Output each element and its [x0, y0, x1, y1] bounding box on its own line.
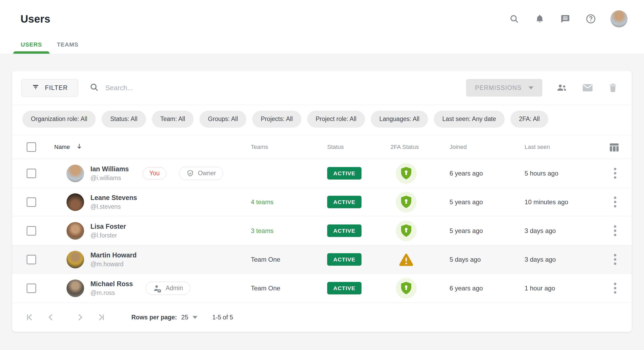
row-checkbox[interactable]: [27, 226, 36, 236]
user-handle: @l.stevens: [90, 203, 137, 211]
chevron-down-icon: [529, 86, 533, 89]
shield-check-icon: [186, 169, 194, 177]
column-header-teams[interactable]: Teams: [251, 144, 327, 151]
status-badge: ACTIVE: [327, 224, 362, 237]
table-row[interactable]: Ian Williams @i.williams You Owner ACTIV…: [12, 159, 632, 188]
next-page-icon[interactable]: [73, 311, 86, 324]
user-handle: @m.howard: [90, 260, 137, 268]
permissions-button[interactable]: PERMISSIONS: [466, 79, 542, 97]
row-menu-icon[interactable]: [612, 195, 618, 209]
topnav: [508, 10, 628, 27]
twofa-enabled-shield-icon: [396, 220, 417, 241]
search-icon[interactable]: [508, 13, 520, 25]
twofa-enabled-shield-icon: [396, 163, 417, 184]
joined-cell: 5 years ago: [450, 227, 525, 235]
toolbar: FILTER PERMISSIONS: [12, 71, 632, 105]
chip-organization-role[interactable]: Organization role: All: [22, 111, 96, 128]
joined-cell: 6 years ago: [450, 285, 525, 292]
user-handle: @m.ross: [90, 289, 133, 297]
row-menu-icon[interactable]: [612, 166, 618, 180]
twofa-cell: [390, 163, 450, 184]
filter-icon: [32, 83, 40, 93]
tabbar: USERS TEAMS: [0, 36, 644, 54]
user-name: Michael Ross: [90, 280, 133, 288]
status-badge: ACTIVE: [327, 196, 362, 208]
filter-button[interactable]: FILTER: [21, 79, 78, 97]
joined-cell: 6 years ago: [450, 170, 525, 177]
chip-languages[interactable]: Languages: All: [371, 111, 428, 128]
column-header-status[interactable]: Status: [327, 144, 390, 151]
column-header-name[interactable]: Name: [52, 143, 251, 151]
help-icon[interactable]: [585, 13, 597, 25]
chip-groups[interactable]: Groups: All: [200, 111, 247, 128]
twofa-cell: [390, 253, 450, 266]
twofa-enabled-shield-icon: [396, 278, 417, 299]
row-menu-icon[interactable]: [612, 224, 618, 238]
status-badge: ACTIVE: [327, 253, 362, 266]
row-checkbox[interactable]: [27, 284, 36, 293]
table-row[interactable]: Leane Stevens @l.stevens 4 teams ACTIVE …: [12, 188, 632, 216]
last-seen-cell: 10 minutes ago: [525, 198, 592, 206]
owner-badge: Owner: [179, 167, 223, 180]
column-header-joined[interactable]: Joined: [450, 144, 525, 151]
previous-page-icon[interactable]: [45, 311, 57, 324]
rows-per-page-select[interactable]: Rows per page: 25: [131, 314, 197, 321]
status-badge: ACTIVE: [327, 167, 362, 180]
chip-team[interactable]: Team: All: [152, 111, 194, 128]
row-menu-icon[interactable]: [612, 281, 618, 295]
rows-per-page-label: Rows per page:: [131, 314, 177, 321]
user-handle: @i.williams: [90, 174, 129, 182]
manage-users-icon[interactable]: [556, 82, 568, 94]
first-page-icon[interactable]: [23, 311, 36, 324]
row-checkbox[interactable]: [27, 197, 36, 207]
teams-link[interactable]: 4 teams: [251, 198, 273, 206]
column-header-2fa[interactable]: 2FA Status: [390, 144, 450, 151]
chip-2fa[interactable]: 2FA: All: [510, 111, 548, 128]
chip-status[interactable]: Status: All: [102, 111, 146, 128]
admin-badge: Admin: [146, 282, 190, 295]
user-name: Ian Williams: [90, 165, 129, 173]
table-row[interactable]: Lisa Foster @l.forster 3 teams ACTIVE 5 …: [12, 216, 632, 245]
twofa-enabled-shield-icon: [396, 192, 417, 212]
chip-projects[interactable]: Projects: All: [252, 111, 301, 128]
search-field: [89, 82, 466, 93]
tab-users[interactable]: USERS: [13, 36, 49, 54]
chip-project-role[interactable]: Project role: All: [307, 111, 365, 128]
teams-cell: Team One: [251, 256, 327, 263]
select-all-checkbox[interactable]: [27, 142, 36, 152]
column-settings-icon[interactable]: [608, 141, 620, 153]
avatar: [67, 165, 84, 182]
column-header-last-seen[interactable]: Last seen: [525, 144, 592, 151]
delete-icon[interactable]: [607, 82, 618, 93]
last-seen-cell: 5 hours ago: [525, 170, 592, 177]
teams-link[interactable]: 3 teams: [251, 227, 273, 234]
last-seen-cell: 3 days ago: [525, 227, 592, 235]
twofa-cell: [390, 278, 450, 299]
you-badge: You: [143, 167, 166, 180]
chip-last-seen[interactable]: Last seen: Any date: [434, 111, 505, 128]
pagination-bar: Rows per page: 25 1-5 of 5: [12, 303, 632, 332]
pagination-range: 1-5 of 5: [212, 314, 233, 321]
row-checkbox[interactable]: [27, 169, 36, 178]
search-input[interactable]: [105, 84, 265, 92]
user-name: Lisa Foster: [90, 222, 126, 231]
filter-chipbar: Organization role: All Status: All Team:…: [12, 105, 632, 135]
notifications-icon[interactable]: [534, 13, 546, 25]
sort-desc-icon: [76, 143, 83, 151]
table-row[interactable]: Michael Ross @m.ross Admin Team One ACTI…: [12, 274, 632, 303]
table-header: Name Teams Status 2FA Status Joined Last…: [12, 135, 632, 159]
table-row[interactable]: Martin Howard @m.howard Team One ACTIVE …: [12, 245, 632, 274]
row-checkbox[interactable]: [27, 255, 36, 264]
twofa-warning-icon: [396, 253, 417, 266]
row-menu-icon[interactable]: [612, 252, 618, 266]
last-page-icon[interactable]: [95, 311, 107, 324]
email-icon[interactable]: [582, 82, 593, 94]
user-avatar[interactable]: [610, 10, 628, 27]
rows-per-page-value: 25: [181, 314, 188, 321]
tab-teams[interactable]: TEAMS: [49, 36, 86, 54]
messages-icon[interactable]: [559, 13, 571, 25]
page-title: Users: [20, 13, 50, 25]
user-name: Martin Howard: [90, 251, 137, 259]
avatar: [67, 193, 84, 211]
avatar: [67, 222, 84, 240]
